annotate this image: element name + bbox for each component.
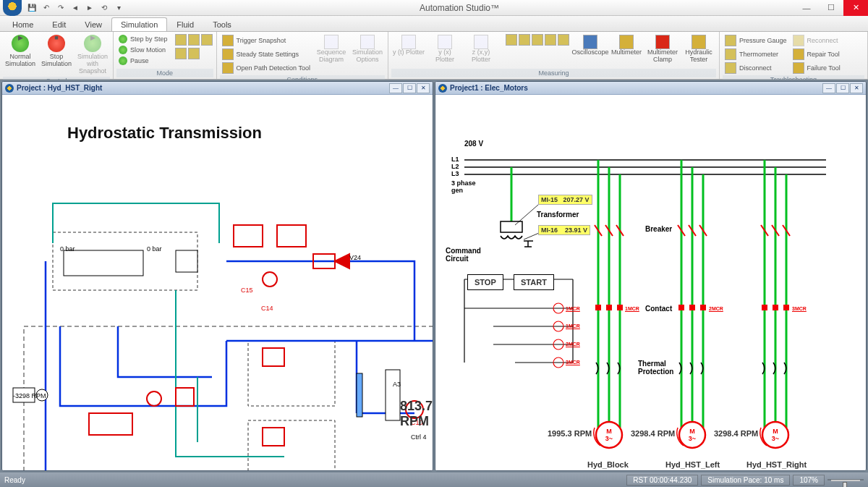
sim-snapshot-button[interactable]: ▶Simulation with Snapshot xyxy=(75,33,110,77)
window-buttons: — ☐ ✕ xyxy=(794,0,868,16)
svg-rect-3 xyxy=(248,420,335,470)
meas-mi15: MI-15 207.27 V xyxy=(538,195,592,205)
doc-close-button[interactable]: ✕ xyxy=(850,83,863,93)
reconnect-icon xyxy=(793,35,804,46)
minimize-button[interactable]: — xyxy=(794,0,819,16)
meas-icon-3[interactable] xyxy=(532,34,543,46)
electrical-diagram[interactable]: M3~ M3~ M3~ xyxy=(435,95,866,470)
electrical-schematic: M3~ M3~ M3~ xyxy=(443,102,848,470)
svg-rect-4 xyxy=(234,225,263,247)
svg-rect-45 xyxy=(678,305,684,310)
open-path-button[interactable]: Open Path Detection Tool xyxy=(221,62,312,75)
doc-max-button[interactable]: ☐ xyxy=(403,83,416,93)
gauge-icon xyxy=(725,35,736,46)
wrench-icon xyxy=(793,48,804,60)
doc-logo-icon xyxy=(438,84,447,93)
repair-tool-button[interactable]: Repair Tool xyxy=(791,48,842,61)
pause-button[interactable]: Pause xyxy=(117,56,169,66)
svg-point-6 xyxy=(263,272,277,287)
meas-icon-5[interactable] xyxy=(558,34,569,46)
rpm-readout: 813.7 RPM xyxy=(400,399,433,429)
close-button[interactable]: ✕ xyxy=(843,0,868,16)
doc-max-button[interactable]: ☐ xyxy=(836,83,849,93)
pressure-gauge-button[interactable]: Pressure Gauge xyxy=(723,34,788,47)
svg-rect-10 xyxy=(89,413,132,435)
plot-icon xyxy=(401,35,416,49)
meas-icon-1[interactable] xyxy=(506,34,517,46)
multimeter-clamp-button[interactable]: Multimeter Clamp xyxy=(645,33,680,65)
tab-fluid[interactable]: Fluid xyxy=(167,17,203,31)
tab-home[interactable]: Home xyxy=(3,17,43,31)
mode-icon-3[interactable] xyxy=(201,34,213,46)
tab-tools[interactable]: Tools xyxy=(203,17,241,31)
maximize-button[interactable]: ☐ xyxy=(819,0,843,16)
svg-text:M: M xyxy=(773,428,778,435)
svg-rect-9 xyxy=(263,428,284,446)
thermometer-button[interactable]: Thermometer xyxy=(723,48,788,61)
failure-tool-button[interactable]: Failure Tool xyxy=(791,62,842,75)
seq-diagram-button[interactable]: Sequence Diagram xyxy=(314,33,349,65)
doc-min-button[interactable]: — xyxy=(389,83,402,93)
yx-plotter-button[interactable]: y (x) Plotter xyxy=(427,33,462,65)
diagram-icon xyxy=(324,35,339,49)
bolt-icon xyxy=(793,62,804,74)
doc-min-button[interactable]: — xyxy=(822,83,835,93)
status-pace: Simulation Pace: 10 ms xyxy=(701,475,790,486)
statusbar: Ready RST 00:00:44.230 Simulation Pace: … xyxy=(0,473,868,487)
qat-dropdown-icon[interactable]: ▾ xyxy=(113,2,124,14)
mode-icon-1[interactable] xyxy=(175,34,187,46)
svg-rect-48 xyxy=(762,305,767,310)
ribbon-group-control: ▶Normal Simulation ■Stop Simulation ▶Sim… xyxy=(0,32,114,79)
svg-rect-5 xyxy=(277,225,306,247)
flask-icon xyxy=(360,35,375,49)
qat-back-icon[interactable]: ◄ xyxy=(69,2,81,14)
svg-rect-15 xyxy=(176,250,197,272)
svg-rect-50 xyxy=(783,305,789,310)
svg-rect-47 xyxy=(700,305,706,310)
status-zoom[interactable]: 107% xyxy=(793,475,825,486)
step-button[interactable]: Step by Step xyxy=(117,34,169,44)
qat-redo-icon[interactable]: ↷ xyxy=(55,2,67,14)
clamp-icon xyxy=(655,35,670,49)
normal-sim-button[interactable]: ▶Normal Simulation xyxy=(3,33,38,69)
steady-state-button[interactable]: Steady State Settings xyxy=(221,48,312,61)
doc-close-button[interactable]: ✕ xyxy=(417,83,430,93)
meas-icon-2[interactable] xyxy=(519,34,530,46)
hydraulic-diagram[interactable]: Hydrostatic Transmission xyxy=(2,95,433,470)
ribbon-group-measuring: y (t) Plotter y (x) Plotter z (x,y) Plot… xyxy=(388,32,720,79)
oscilloscope-button[interactable]: Oscilloscope xyxy=(573,33,608,58)
qat-fwd-icon[interactable]: ► xyxy=(84,2,95,14)
qat-refresh-icon[interactable]: ⟲ xyxy=(98,2,110,14)
meas-icon-4[interactable] xyxy=(545,34,556,46)
zxy-plotter-button[interactable]: z (x,y) Plotter xyxy=(464,33,498,65)
qat-save-icon[interactable]: 💾 xyxy=(26,2,38,14)
app-logo-icon[interactable] xyxy=(3,0,22,16)
stop-sim-button[interactable]: ■Stop Simulation xyxy=(39,33,74,69)
trigger-snapshot-button[interactable]: Trigger Snapshot xyxy=(221,34,312,47)
sim-options-button[interactable]: Simulation Options xyxy=(350,33,385,65)
doc-titlebar-left[interactable]: Project : Hyd_HST_Right — ☐ ✕ xyxy=(2,82,433,95)
tab-view[interactable]: View xyxy=(75,17,111,31)
mode-icon-5[interactable] xyxy=(188,48,200,59)
svg-rect-49 xyxy=(773,305,778,310)
tab-edit[interactable]: Edit xyxy=(43,17,75,31)
disconnect-icon xyxy=(725,62,736,74)
multimeter-button[interactable]: Multimeter xyxy=(609,33,644,58)
mode-icon-2[interactable] xyxy=(188,34,200,46)
stop-button[interactable]: STOP xyxy=(467,274,503,290)
svg-text:M: M xyxy=(689,428,695,435)
reconnect-button[interactable]: Reconnect xyxy=(791,34,842,47)
slow-button[interactable]: Slow Motion xyxy=(117,45,169,55)
doc-titlebar-right[interactable]: Project1 : Elec_Motors — ☐ ✕ xyxy=(435,82,866,95)
hydraulic-schematic xyxy=(9,160,433,470)
yt-plotter-button[interactable]: y (t) Plotter xyxy=(391,33,426,58)
qat-undo-icon[interactable]: ↶ xyxy=(41,2,52,14)
tab-simulation[interactable]: Simulation xyxy=(111,17,167,31)
plot-icon xyxy=(438,35,452,49)
hydraulic-tester-button[interactable]: Hydraulic Tester xyxy=(681,33,716,65)
svg-rect-16 xyxy=(386,370,400,420)
mode-icon-4[interactable] xyxy=(175,48,187,59)
zoom-slider[interactable] xyxy=(827,479,864,480)
disconnect-button[interactable]: Disconnect xyxy=(723,62,788,75)
start-button[interactable]: START xyxy=(514,274,554,290)
